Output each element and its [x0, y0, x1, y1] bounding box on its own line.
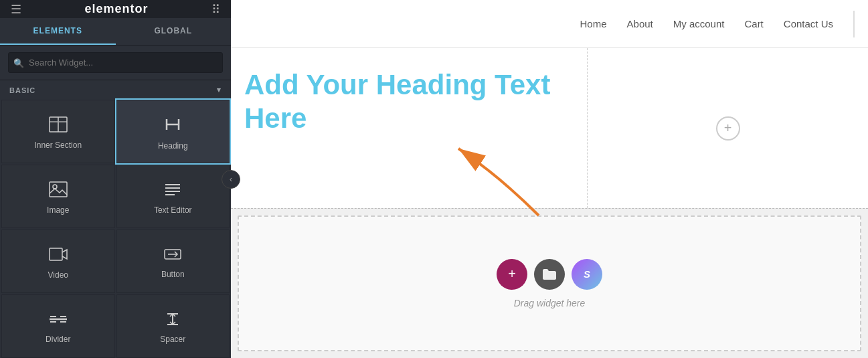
- widget-inner-section[interactable]: Inner Section: [1, 100, 115, 163]
- search-box: 🔍: [0, 46, 231, 80]
- drag-icons-row: + S: [497, 259, 602, 290]
- divider-icon: [49, 312, 68, 329]
- heading-area: Add Your Heading Text Here: [231, 48, 587, 208]
- chevron-down-icon: ▾: [217, 86, 222, 94]
- widget-button[interactable]: Button: [116, 230, 230, 293]
- widget-video[interactable]: Video: [1, 230, 115, 293]
- hamburger-icon[interactable]: ☰: [11, 2, 21, 17]
- svg-rect-7: [50, 182, 67, 197]
- drag-widget-label: Drag widget here: [514, 298, 586, 308]
- widgets-grid: Inner Section Heading Imag: [0, 100, 231, 358]
- sidebar-logo: elementor: [84, 2, 148, 16]
- tab-elements[interactable]: ELEMENTS: [0, 18, 116, 45]
- widget-spacer[interactable]: Spacer: [116, 294, 230, 358]
- collapse-sidebar-button[interactable]: ‹: [222, 170, 240, 189]
- top-nav: Home About My account Cart Contact Us: [231, 0, 868, 48]
- nav-link-home[interactable]: Home: [580, 18, 607, 29]
- add-column-button[interactable]: +: [716, 116, 740, 141]
- widget-heading-label: Heading: [158, 141, 188, 151]
- widget-image[interactable]: Image: [1, 165, 115, 228]
- right-empty-section: +: [587, 48, 868, 208]
- widget-inner-section-label: Inner Section: [34, 141, 82, 150]
- main-canvas: Home About My account Cart Contact Us Ad…: [231, 0, 868, 358]
- widget-image-label: Image: [47, 205, 69, 215]
- widget-spacer-label: Spacer: [160, 335, 185, 344]
- nav-link-about[interactable]: About: [627, 18, 653, 29]
- search-input[interactable]: [8, 52, 223, 73]
- basic-section-label: BASIC ▾: [0, 80, 231, 100]
- svg-rect-13: [50, 248, 62, 260]
- heading-icon: [164, 116, 181, 136]
- widget-text-editor-label: Text Editor: [154, 205, 192, 215]
- tabs-bar: ELEMENTS GLOBAL: [0, 18, 231, 46]
- nav-link-cart[interactable]: Cart: [744, 18, 763, 29]
- widget-divider[interactable]: Divider: [1, 294, 115, 358]
- widget-heading[interactable]: Heading: [116, 100, 230, 163]
- spacer-icon: [163, 312, 182, 329]
- drag-widget-section: + S Drag widget here: [238, 215, 861, 351]
- nav-link-myaccount[interactable]: My account: [673, 18, 725, 29]
- nav-link-contactus[interactable]: Contact Us: [784, 18, 833, 29]
- widget-button-label: Button: [161, 270, 185, 279]
- widget-divider-label: Divider: [46, 335, 70, 344]
- widget-video-label: Video: [48, 270, 68, 280]
- button-icon: [163, 247, 182, 264]
- drag-widget-area: + S Drag widget here: [497, 259, 602, 308]
- grid-icon[interactable]: ⠿: [211, 2, 220, 17]
- text-editor-icon: [164, 181, 181, 200]
- inner-section-icon: [49, 116, 68, 135]
- top-canvas-section: Add Your Heading Text Here +: [231, 48, 868, 209]
- add-widget-button[interactable]: +: [497, 259, 527, 290]
- widget-text-editor[interactable]: Text Editor: [116, 165, 230, 228]
- image-icon: [49, 181, 68, 200]
- canvas-heading: Add Your Heading Text Here: [244, 68, 574, 136]
- elementor-pro-button[interactable]: S: [572, 259, 602, 290]
- sidebar-header: ☰ elementor ⠿: [0, 0, 231, 18]
- canvas-content: Add Your Heading Text Here +: [231, 48, 868, 358]
- folder-button[interactable]: [534, 259, 565, 290]
- tab-global[interactable]: GLOBAL: [116, 18, 232, 45]
- video-icon: [49, 246, 68, 265]
- search-icon: 🔍: [13, 58, 24, 68]
- sidebar: ☰ elementor ⠿ ELEMENTS GLOBAL 🔍 BASIC ▾: [0, 0, 231, 358]
- nav-divider: [853, 11, 855, 37]
